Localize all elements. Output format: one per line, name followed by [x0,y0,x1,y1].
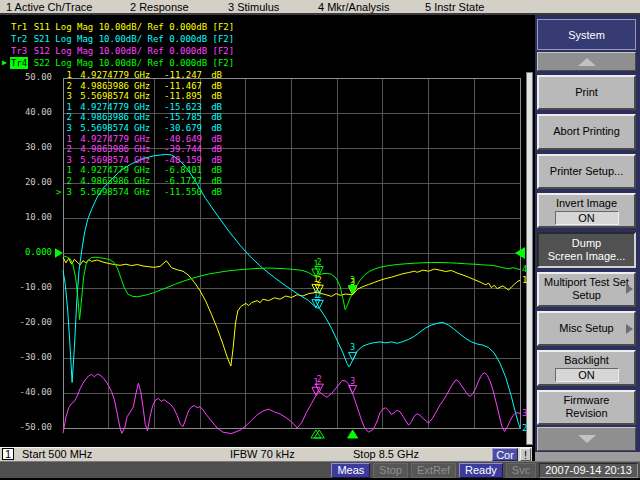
softkey-backlight[interactable]: BacklightON [537,350,636,385]
marker-cell: dB [202,102,222,113]
marker-cell: dB [202,144,222,155]
marker-readout-row: 35.5698574GHz-30.679dB [56,123,222,134]
status-ready: Ready [459,463,503,478]
trace-format: S11 Log Mag 10.00dB/ Ref 0.000dB [F2] [28,21,234,33]
marker-cell: 3 [63,123,72,134]
y-axis-label: 50.00 [2,72,52,82]
stimulus-marker-indicator [314,430,324,438]
y-axis-label: 0.000 [2,247,52,257]
softkey-multiport-test-set-setup[interactable]: Multiport Test SetSetup [537,272,636,307]
softkey-label: Multiport Test Set [544,276,629,289]
marker-number: 3 [350,377,355,386]
marker-cell [56,91,63,102]
marker-cell: 4.9274779 [72,134,129,145]
marker-cell [56,165,63,176]
marker-cell: 2 [63,144,72,155]
marker-cell: 3 [63,155,72,166]
y-axis-label: -30.00 [2,352,52,362]
marker-number: 3 [350,276,355,285]
marker-cell: 2 [63,176,72,187]
marker-cell: -11.895 [154,91,202,102]
marker-readout-row: 35.5698574GHz-11.895dB [56,91,222,102]
softkey-invert-image[interactable]: Invert ImageON [537,193,636,228]
y-axis-label: 30.00 [2,142,52,152]
marker-cell: 5.5698574 [72,155,129,166]
marker-cell: 4.9863986 [72,144,129,155]
submenu-arrow-icon [626,284,633,294]
marker-cell: 2 [63,81,72,92]
marker-cell: 1 [63,102,72,113]
marker-cell: 2 [63,112,72,123]
marker-number: 2 [317,258,322,267]
marker-cell: 4.9274779 [72,102,129,113]
softkey-dump-screen-image[interactable]: DumpScreen Image... [537,232,636,267]
marker-cell: 1 [63,70,72,81]
menu-item-4[interactable]: 4 Mkr/Analysis [318,1,390,13]
softkey-scroll-down-button[interactable] [537,427,636,451]
marker-cell: 4.9863986 [72,81,129,92]
marker-cell [56,176,63,187]
marker-number: 2 [317,375,322,384]
marker-cell: GHz [129,123,154,134]
y-axis-label: 10.00 [2,212,52,222]
marker-cell: -6.8401 [154,165,202,176]
marker-readout-row: 14.9274779GHz-40.649dB [56,134,222,145]
softkey-menu: System PrintAbort PrintingPrinter Setup.… [535,15,640,462]
marker-readout-row: 24.9863986GHz-6.1727dB [56,176,222,187]
y-axis-label: -40.00 [2,387,52,397]
y-axis-label: -20.00 [2,317,52,327]
status-svc: Svc [506,463,536,478]
y-axis-label: -50.00 [2,422,52,432]
marker-number: 2 [317,276,322,285]
marker-cell [56,144,63,155]
softkey-label: Backlight [564,354,609,367]
marker-cell [56,70,63,81]
softkey-printer-setup[interactable]: Printer Setup... [537,154,636,189]
softkey-label: Printer Setup... [550,165,623,178]
y-axis-label: 20.00 [2,177,52,187]
softkey-firmware-revision[interactable]: FirmwareRevision [537,390,636,425]
marker-cell [56,155,63,166]
y-axis-label: -10.00 [2,282,52,292]
trace-format: S21 Log Mag 10.00dB/ Ref 0.000dB [F2] [28,33,234,45]
up-arrow-icon [578,58,596,66]
marker-cell: 4.9274779 [72,70,129,81]
softkey-label: Setup [572,289,601,302]
marker-cell: 5.5698574 [72,123,129,134]
marker-cell [56,123,63,134]
menu-item-5[interactable]: 5 Instr State [425,1,484,13]
marker-cell: -40.649 [154,134,202,145]
ifbw-label: IFBW 70 kHz [230,448,295,461]
softkey-print[interactable]: Print [537,75,636,110]
y-axis-labels: 50.0040.0030.0020.0010.000.000-10.00-20.… [0,0,54,480]
marker-cell: 4.9863986 [72,112,129,123]
marker-cell: -15.623 [154,102,202,113]
softkey-label: Misc Setup [559,322,613,335]
marker-cell: 1 [63,134,72,145]
marker-cell: dB [202,155,222,166]
marker-readout-row: 24.9863986GHz-15.785dB [56,112,222,123]
menu-bar: 1 Active Ch/Trace2 Response3 Stimulus4 M… [0,0,640,15]
vna-screen: { "menu_bar": { "items": ["1 Active Ch/T… [0,0,640,480]
marker-cell: GHz [129,81,154,92]
menu-item-2[interactable]: 2 Response [130,1,189,13]
marker-cell: dB [202,134,222,145]
marker-cell: GHz [129,176,154,187]
trace-number-label: 1 [522,275,527,285]
softkey-abort-printing[interactable]: Abort Printing [537,114,636,149]
softkey-scroll-up-button[interactable] [537,52,636,71]
trace-number-label: 3 [522,408,527,418]
marker-cell: dB [202,123,222,134]
menu-item-3[interactable]: 3 Stimulus [228,1,279,13]
softkey-label: Revision [565,407,607,420]
marker-cell: dB [202,70,222,81]
marker-cell: GHz [129,165,154,176]
marker-cell [56,81,63,92]
datetime-display: 2007-09-14 20:13 [539,463,638,478]
softkey-misc-setup[interactable]: Misc Setup [537,311,636,346]
marker-cell: dB [202,81,222,92]
alert-badge: ! [520,448,531,461]
stimulus-marker-indicator [311,430,321,438]
trace-number-label: 4 [522,264,527,274]
marker-cell: 1 [63,165,72,176]
